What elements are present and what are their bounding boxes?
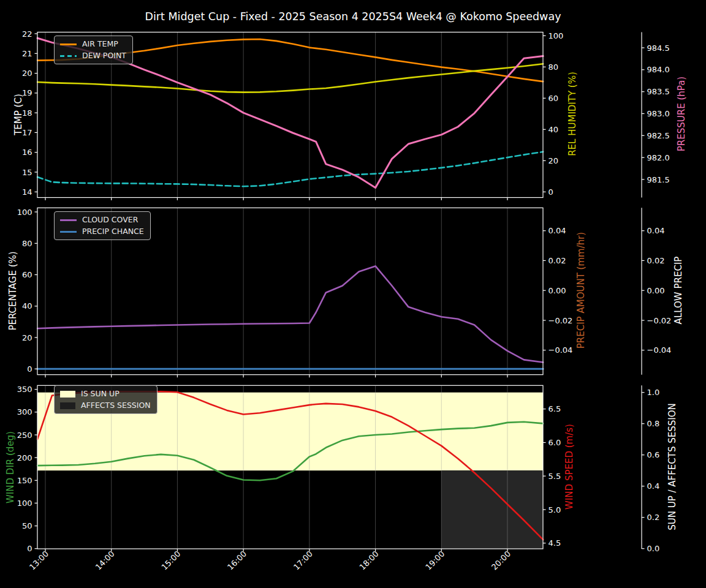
- svg-text:4.5: 4.5: [548, 538, 561, 548]
- chart-canvas: 141516171819202122020406080100981.5982.0…: [0, 0, 706, 588]
- svg-text:16:00: 16:00: [226, 549, 248, 572]
- legend-label: CLOUD COVER: [82, 216, 138, 224]
- svg-text:0.2: 0.2: [647, 513, 660, 522]
- axis-title-wind-speed: WIND SPEED (m/s): [564, 424, 575, 510]
- svg-text:100: 100: [17, 208, 32, 217]
- svg-text:983.0: 983.0: [647, 109, 670, 118]
- chart-title: Dirt Midget Cup - Fixed - 2025 Season 4 …: [0, 9, 706, 24]
- legend-temperature: AIR TEMP DEW POINT: [54, 36, 133, 64]
- svg-text:19:00: 19:00: [423, 549, 446, 572]
- svg-text:350: 350: [17, 385, 32, 394]
- affects-session-patch-swatch: [60, 402, 75, 409]
- svg-text:−0.02: −0.02: [647, 316, 672, 325]
- svg-text:18:00: 18:00: [358, 549, 381, 572]
- weather-forecast-figure: 141516171819202122020406080100981.5982.0…: [0, 0, 706, 588]
- svg-text:80: 80: [22, 239, 32, 248]
- legend-item-is-sun-up: IS SUN UP: [60, 390, 151, 398]
- svg-text:982.0: 982.0: [647, 153, 670, 162]
- legend-item-precip-chance: PRECIP CHANCE: [60, 227, 144, 236]
- dew-point-dash-swatch: [60, 55, 77, 57]
- axis-title-allow-precip: ALLOW PRECIP: [673, 257, 684, 325]
- svg-text:15:00: 15:00: [159, 549, 182, 572]
- svg-text:0.04: 0.04: [647, 226, 665, 235]
- legend-sun-session: IS SUN UP AFFECTS SESSION: [54, 385, 158, 414]
- legend-label: PRECIP CHANCE: [82, 227, 144, 236]
- svg-text:60: 60: [22, 270, 32, 279]
- air-temp-line-swatch: [60, 43, 77, 45]
- svg-text:984.5: 984.5: [647, 43, 670, 53]
- axis-title-precip-amount: PRECIP AMOUNT (mm/hr): [575, 232, 586, 349]
- svg-text:−0.04: −0.04: [548, 345, 573, 355]
- axis-title-pressure: PRESSURE (hPa): [676, 77, 687, 151]
- svg-text:983.5: 983.5: [647, 87, 670, 96]
- svg-text:20:00: 20:00: [490, 549, 512, 572]
- svg-text:5.5: 5.5: [548, 472, 561, 481]
- svg-text:100: 100: [17, 499, 32, 508]
- axis-title-sun-up: SUN UP / AFFECTS SESSION: [667, 403, 678, 530]
- svg-text:0: 0: [27, 364, 32, 374]
- svg-text:0: 0: [548, 187, 553, 197]
- legend-item-affects-session: AFFECTS SESSION: [60, 401, 151, 410]
- legend-label: IS SUN UP: [81, 390, 120, 398]
- svg-text:22: 22: [22, 29, 32, 39]
- svg-text:0.0: 0.0: [647, 544, 660, 553]
- svg-text:6.5: 6.5: [548, 404, 561, 413]
- axis-title-percentage: PERCENTAGE (%): [7, 251, 18, 330]
- svg-text:60: 60: [548, 94, 559, 103]
- svg-text:0.00: 0.00: [548, 286, 566, 295]
- svg-text:50: 50: [22, 521, 32, 530]
- svg-text:40: 40: [548, 125, 559, 134]
- svg-text:6.0: 6.0: [548, 438, 561, 447]
- svg-text:17:00: 17:00: [292, 549, 314, 572]
- svg-text:100: 100: [548, 31, 564, 40]
- precip-chance-line-swatch: [60, 231, 77, 233]
- legend-label: AIR TEMP: [82, 40, 118, 48]
- svg-text:20: 20: [22, 69, 32, 78]
- svg-text:40: 40: [22, 301, 32, 311]
- legend-precip: CLOUD COVER PRECIP CHANCE: [54, 211, 151, 240]
- svg-text:0.02: 0.02: [548, 256, 566, 265]
- svg-text:16: 16: [22, 148, 32, 157]
- legend-item-cloud-cover: CLOUD COVER: [60, 216, 144, 224]
- legend-item-dew-point: DEW POINT: [60, 51, 126, 60]
- sun-up-patch-swatch: [60, 391, 75, 398]
- legend-label: AFFECTS SESSION: [81, 401, 151, 410]
- svg-text:300: 300: [17, 407, 32, 417]
- svg-text:1.0: 1.0: [647, 388, 660, 397]
- axis-title-humidity: REL HUMIDITY (%): [567, 72, 578, 156]
- cloud-cover-line-swatch: [60, 219, 77, 221]
- svg-text:982.5: 982.5: [647, 131, 670, 140]
- svg-text:0: 0: [27, 544, 32, 553]
- axis-title-temp: TEMP (C): [13, 94, 24, 135]
- svg-text:−0.04: −0.04: [647, 345, 672, 355]
- legend-label: DEW POINT: [82, 51, 126, 60]
- svg-text:984.0: 984.0: [647, 65, 670, 74]
- svg-text:200: 200: [17, 453, 32, 462]
- svg-text:0.02: 0.02: [647, 256, 665, 265]
- svg-text:14: 14: [22, 187, 32, 197]
- legend-item-air-temp: AIR TEMP: [60, 40, 126, 48]
- svg-text:80: 80: [548, 62, 559, 72]
- svg-text:0.04: 0.04: [548, 226, 566, 235]
- svg-text:14:00: 14:00: [94, 549, 116, 572]
- svg-text:150: 150: [17, 476, 32, 485]
- svg-text:0.4: 0.4: [647, 481, 660, 491]
- svg-text:20: 20: [548, 156, 559, 165]
- svg-text:21: 21: [22, 49, 32, 58]
- svg-text:5.0: 5.0: [548, 505, 561, 514]
- svg-text:15: 15: [22, 168, 32, 177]
- svg-text:0.8: 0.8: [647, 419, 660, 428]
- svg-text:−0.02: −0.02: [548, 316, 573, 325]
- svg-text:250: 250: [17, 431, 32, 440]
- svg-text:0.00: 0.00: [647, 286, 665, 295]
- axis-title-wind-dir: WIND DIR (deg): [5, 431, 16, 503]
- svg-text:981.5: 981.5: [647, 175, 670, 184]
- svg-text:20: 20: [22, 333, 32, 342]
- svg-text:0.6: 0.6: [647, 450, 660, 459]
